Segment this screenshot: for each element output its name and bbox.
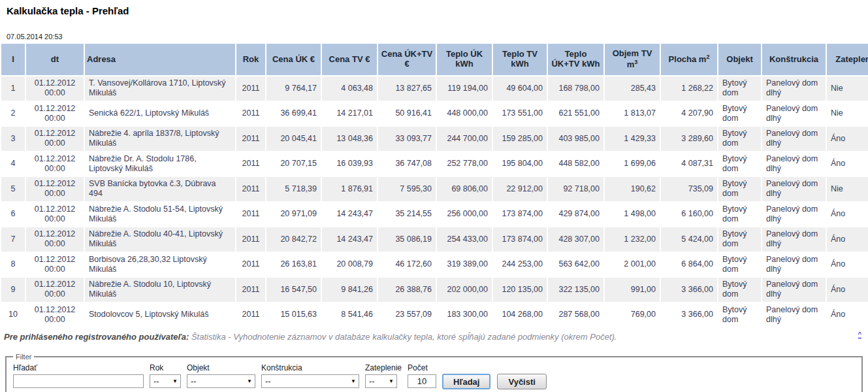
column-header-dt: dt bbox=[26, 44, 84, 75]
cell-adresa: Stodolovcov 5, Liptovský Mikuláš bbox=[85, 303, 235, 327]
cell-cena-uk: 9 764,17 bbox=[266, 76, 321, 101]
cell-objem-tv: 2 001,00 bbox=[605, 253, 660, 277]
cell-cena-uk-tv: 26 388,76 bbox=[378, 278, 436, 302]
cell-zateplenie: Áno bbox=[827, 152, 868, 176]
cell-zateplenie: Nie bbox=[827, 76, 868, 101]
cell-dt: 01.12.2012 00:00 bbox=[26, 303, 84, 327]
rok-select[interactable]: --▼ bbox=[150, 374, 181, 388]
cell-zateplenie: Nie bbox=[827, 177, 868, 201]
column-header-adresa: Adresa bbox=[85, 44, 235, 75]
cell-objekt: Bytový dom bbox=[718, 177, 761, 201]
cell-konstrukcia: Panelový dom dlhý bbox=[762, 278, 826, 302]
cell-rok: 2011 bbox=[236, 177, 265, 201]
cell-plocha: 735,09 bbox=[661, 177, 717, 201]
search-group: Hľadať bbox=[13, 363, 144, 388]
cell-adresa: Nábrežie A. Stodolu 40-41, Liptovský Mik… bbox=[85, 227, 235, 252]
cell-cena-uk: 15 015,63 bbox=[266, 303, 321, 327]
cell-adresa: T. Vansovej/Kollárova 1710, Liptovský Mi… bbox=[85, 76, 235, 101]
column-header-index: l bbox=[1, 44, 25, 75]
cell-cena-uk-tv: 46 172,60 bbox=[378, 253, 436, 277]
cell-index: 5 bbox=[1, 177, 25, 201]
cell-teplo-uk: 202 000,00 bbox=[437, 278, 492, 302]
table-row: 301.12.2012 00:00Nábrežie 4. apríla 1837… bbox=[1, 127, 868, 151]
konstrukcia-group: Konštrukcia --▼ bbox=[261, 363, 359, 388]
zateplenie-select[interactable]: --▼ bbox=[365, 374, 397, 388]
pocet-label: Počet bbox=[408, 363, 436, 372]
objekt-select[interactable]: --▼ bbox=[187, 374, 255, 388]
zateplenie-group: Zateplenie --▼ bbox=[365, 363, 402, 388]
table-row: 601.12.2012 00:00Nábrežie A. Stodolu 51-… bbox=[1, 203, 868, 227]
cell-cena-tv: 20 008,79 bbox=[322, 253, 377, 277]
cell-teplo-tv: 173 874,00 bbox=[493, 203, 547, 227]
search-input[interactable] bbox=[13, 374, 144, 388]
chevron-down-icon: ▼ bbox=[247, 378, 252, 384]
cell-objekt: Bytový dom bbox=[718, 227, 761, 252]
cell-teplo-tv: 244 253,00 bbox=[493, 253, 547, 277]
cell-objekt: Bytový dom bbox=[718, 152, 761, 176]
cell-plocha: 3 366,00 bbox=[661, 303, 717, 327]
konstrukcia-select[interactable]: --▼ bbox=[261, 374, 359, 388]
chevron-down-icon: ▼ bbox=[389, 378, 394, 384]
cell-teplo-tv: 49 604,00 bbox=[493, 76, 547, 101]
cell-konstrukcia: Panelový dom dlhý bbox=[762, 76, 826, 101]
cell-adresa: Borbisova 26,28,30,32 Liptovský Mikuláš bbox=[85, 253, 235, 277]
cell-dt: 01.12.2012 00:00 bbox=[26, 203, 84, 227]
records-table: ldtAdresaRokCena ÚK €Cena TV €Cena ÚK+TV… bbox=[0, 42, 868, 328]
cell-teplo-uk: 252 778,00 bbox=[437, 152, 492, 176]
cell-cena-uk-tv: 50 916,41 bbox=[378, 102, 436, 126]
count-input[interactable] bbox=[408, 374, 436, 388]
cell-dt: 01.12.2012 00:00 bbox=[26, 127, 84, 151]
cell-dt: 01.12.2012 00:00 bbox=[26, 152, 84, 176]
search-button[interactable]: Hľadaj bbox=[442, 374, 490, 389]
cell-dt: 01.12.2012 00:00 bbox=[26, 177, 84, 201]
column-header-objem-tv: Objem TV m3 bbox=[605, 44, 660, 75]
cell-konstrukcia: Panelový dom dlhý bbox=[762, 203, 826, 227]
cell-objekt: Bytový dom bbox=[718, 102, 761, 126]
column-header-konstrukcia: Konštrukcia bbox=[762, 44, 826, 75]
cell-objem-tv: 1 429,33 bbox=[605, 127, 660, 151]
cell-teplo-tv: 195 804,00 bbox=[493, 152, 547, 176]
objekt-group: Objekt --▼ bbox=[187, 363, 255, 388]
cell-cena-uk-tv: 36 747,08 bbox=[378, 152, 436, 176]
footer-note: Pre prihláseného registrovaného používat… bbox=[4, 332, 617, 342]
clear-button[interactable]: Vyčisti bbox=[497, 374, 546, 389]
cell-cena-uk-tv: 13 827,65 bbox=[378, 76, 436, 101]
konstrukcia-label: Konštrukcia bbox=[261, 363, 359, 372]
cell-plocha: 3 366,00 bbox=[661, 278, 717, 302]
cell-teplo-uk: 448 000,00 bbox=[437, 102, 492, 126]
cell-zateplenie: Áno bbox=[827, 127, 868, 151]
cell-konstrukcia: Panelový dom dlhý bbox=[762, 303, 826, 327]
cell-objekt: Bytový dom bbox=[718, 253, 761, 277]
cell-adresa: SVB Banícka bytovka č.3, Dúbrava 494 bbox=[85, 177, 235, 201]
cell-teplo-tv: 120 135,00 bbox=[493, 278, 547, 302]
table-row: 1001.12.2012 00:00Stodolovcov 5, Liptovs… bbox=[1, 303, 868, 327]
column-header-cena-uk: Cena ÚK € bbox=[266, 44, 321, 75]
column-header-cena-tv: Cena TV € bbox=[322, 44, 377, 75]
cell-rok: 2011 bbox=[236, 278, 265, 302]
cell-teplo-uk: 256 000,00 bbox=[437, 203, 492, 227]
cell-objem-tv: 285,43 bbox=[605, 76, 660, 101]
cell-index: 3 bbox=[1, 127, 25, 151]
cell-zateplenie: Áno bbox=[827, 278, 868, 302]
chevron-down-icon: ▼ bbox=[351, 378, 356, 384]
footer-note-row: Pre prihláseného registrovaného používat… bbox=[4, 331, 861, 342]
cell-cena-uk: 36 699,41 bbox=[266, 102, 321, 126]
table-row: 101.12.2012 00:00T. Vansovej/Kollárova 1… bbox=[1, 76, 868, 101]
cell-plocha: 5 424,00 bbox=[661, 227, 717, 252]
cell-index: 9 bbox=[1, 278, 25, 302]
cell-cena-uk-tv: 35 086,19 bbox=[378, 227, 436, 252]
cell-cena-tv: 1 876,91 bbox=[322, 177, 377, 201]
cell-zateplenie: Áno bbox=[827, 227, 868, 252]
cell-index: 1 bbox=[1, 76, 25, 101]
back-to-top-link[interactable]: ^ bbox=[858, 331, 861, 338]
cell-objekt: Bytový dom bbox=[718, 203, 761, 227]
objekt-selected-value: -- bbox=[191, 376, 197, 386]
cell-teplo-tv: 173 551,00 bbox=[493, 102, 547, 126]
cell-cena-uk-tv: 35 214,55 bbox=[378, 203, 436, 227]
cell-objem-tv: 769,00 bbox=[605, 303, 660, 327]
rok-group: Rok --▼ bbox=[150, 363, 181, 388]
cell-objekt: Bytový dom bbox=[718, 303, 761, 327]
cell-objem-tv: 1 813,07 bbox=[605, 102, 660, 126]
cell-cena-uk-tv: 23 557,09 bbox=[378, 303, 436, 327]
cell-konstrukcia: Panelový dom dlhý bbox=[762, 253, 826, 277]
